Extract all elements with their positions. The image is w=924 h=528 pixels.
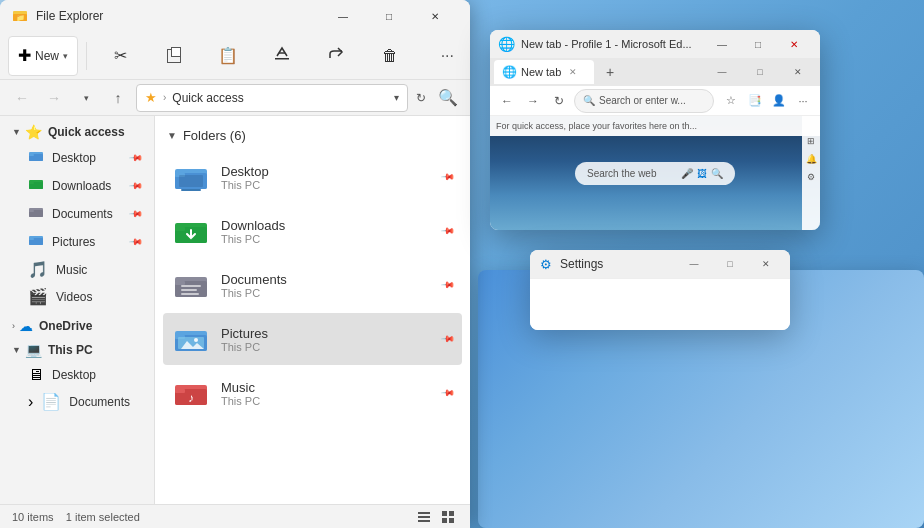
settings-minimize-button[interactable]: — xyxy=(680,253,708,275)
cut-button[interactable]: ✂ xyxy=(95,36,145,76)
desktop-folder-location: This PC xyxy=(221,179,269,191)
edge-tb-restore[interactable]: □ xyxy=(742,58,778,86)
sidebar-item-pc-documents[interactable]: › 📄 Documents xyxy=(4,388,150,415)
edge-back-button[interactable]: ← xyxy=(496,90,518,112)
close-button[interactable]: ✕ xyxy=(412,0,458,32)
list-view-button[interactable] xyxy=(414,507,434,527)
edge-more-icon[interactable]: ··· xyxy=(792,90,814,112)
paste-button[interactable]: 📋 xyxy=(203,36,253,76)
folder-item-documents[interactable]: Documents This PC 📌 xyxy=(163,259,462,311)
new-btn-icon: ✚ xyxy=(18,46,31,65)
edge-bing-searchbox[interactable]: Search the web 🎤 🖼 🔍 xyxy=(575,162,735,185)
forward-button[interactable]: → xyxy=(40,84,68,112)
sidebar: ▼ ⭐ Quick access Desktop 📌 xyxy=(0,116,155,504)
pictures-folder-svg xyxy=(173,321,209,357)
folder-item-music[interactable]: ♪ Music This PC 📌 xyxy=(163,367,462,419)
edge-search-field[interactable]: 🔍 Search or enter w... xyxy=(574,89,714,113)
edge-minimize-button[interactable]: — xyxy=(704,30,740,58)
music-folder-svg: ♪ xyxy=(173,375,209,411)
edge-image-search-icon[interactable]: 🖼 xyxy=(697,168,707,179)
sidebar-item-music[interactable]: 🎵 Music xyxy=(4,256,150,283)
documents-folder-location: This PC xyxy=(221,287,287,299)
new-button[interactable]: ✚ New ▾ xyxy=(8,36,78,76)
edge-profile-icon[interactable]: 👤 xyxy=(768,90,790,112)
sidebar-item-desktop[interactable]: Desktop 📌 xyxy=(4,144,150,172)
delete-icon: 🗑 xyxy=(382,47,398,65)
rename-button[interactable] xyxy=(257,36,307,76)
edge-tab-close-button[interactable]: ✕ xyxy=(569,67,577,77)
svg-rect-4 xyxy=(275,58,289,60)
edge-title-bar: 🌐 New tab - Profile 1 - Microsoft Ed... … xyxy=(490,30,820,58)
minimize-button[interactable]: — xyxy=(320,0,366,32)
settings-window: ⚙ Settings — □ ✕ xyxy=(530,250,790,330)
edge-forward-button[interactable]: → xyxy=(522,90,544,112)
more-options-button[interactable]: ··· xyxy=(433,43,462,69)
folder-item-downloads[interactable]: Downloads This PC 📌 xyxy=(163,205,462,257)
grid-view-button[interactable] xyxy=(438,507,458,527)
edge-refresh-button[interactable]: ↻ xyxy=(548,90,570,112)
edge-new-tab-button[interactable]: + xyxy=(598,60,622,84)
delete-button[interactable]: 🗑 xyxy=(365,36,415,76)
sidebar-item-downloads[interactable]: Downloads 📌 xyxy=(4,172,150,200)
desktop-folder-icon-wrapper xyxy=(171,157,211,197)
edge-tab-bar: 🌐 New tab ✕ + — □ ✕ xyxy=(490,58,820,86)
svg-rect-10 xyxy=(29,182,34,184)
svg-rect-43 xyxy=(418,520,430,522)
folders-section-header[interactable]: ▼ Folders (6) xyxy=(163,124,462,151)
sidebar-item-pc-desktop[interactable]: 🖥 Desktop xyxy=(4,362,150,388)
desktop-folder-icon xyxy=(28,148,44,168)
edge-window-title: New tab - Profile 1 - Microsoft Ed... xyxy=(521,38,698,50)
svg-rect-46 xyxy=(442,518,447,523)
settings-close-button[interactable]: ✕ xyxy=(752,253,780,275)
recent-locations-button[interactable]: ▾ xyxy=(72,84,100,112)
sidebar-pc-desktop-label: Desktop xyxy=(52,368,142,382)
folder-grid: Desktop This PC 📌 xyxy=(163,151,462,419)
search-button[interactable]: 🔍 xyxy=(434,84,462,112)
sidebar-item-videos[interactable]: 🎬 Videos xyxy=(4,283,150,310)
documents-folder-icon xyxy=(28,204,44,224)
this-pc-label: This PC xyxy=(48,343,142,357)
downloads-folder-svg xyxy=(173,213,209,249)
folder-item-desktop[interactable]: Desktop This PC 📌 xyxy=(163,151,462,203)
folder-item-pictures[interactable]: Pictures This PC 📌 xyxy=(163,313,462,365)
address-chevron-icon: ▾ xyxy=(394,92,399,103)
edge-tb-close[interactable]: ✕ xyxy=(780,58,816,86)
svg-rect-39 xyxy=(175,389,185,393)
edge-collections-icon[interactable]: 📑 xyxy=(744,90,766,112)
edge-tb-minimize[interactable]: — xyxy=(704,58,740,86)
svg-rect-45 xyxy=(449,511,454,516)
music-folder-info: Music This PC xyxy=(221,380,260,407)
desktop-pin-icon: 📌 xyxy=(441,170,456,185)
desktop-folder-info: Desktop This PC xyxy=(221,164,269,191)
svg-rect-41 xyxy=(418,512,430,514)
edge-search-submit-icon[interactable]: 🔍 xyxy=(711,168,723,179)
documents-folder-icon-wrapper xyxy=(171,265,211,305)
quick-access-header[interactable]: ▼ ⭐ Quick access xyxy=(4,120,150,144)
edge-browser-window: 🌐 New tab - Profile 1 - Microsoft Ed... … xyxy=(490,30,820,230)
pc-documents-folder-icon: 📄 xyxy=(41,392,61,411)
refresh-button[interactable]: ↻ xyxy=(412,87,430,109)
sidebar-item-pictures[interactable]: Pictures 📌 xyxy=(4,228,150,256)
this-pc-header[interactable]: ▼ 💻 This PC xyxy=(4,338,150,362)
settings-maximize-button[interactable]: □ xyxy=(716,253,744,275)
edge-maximize-button[interactable]: □ xyxy=(740,30,776,58)
back-button[interactable]: ← xyxy=(8,84,36,112)
edge-tab-new[interactable]: 🌐 New tab ✕ xyxy=(494,60,594,84)
address-field[interactable]: ★ › Quick access ▾ xyxy=(136,84,408,112)
onedrive-header[interactable]: › ☁ OneDrive xyxy=(4,314,150,338)
edge-sidebar-bell-icon[interactable]: 🔔 xyxy=(806,154,817,164)
edge-sidebar-grid-icon[interactable]: ⊞ xyxy=(807,136,815,146)
documents-folder-name: Documents xyxy=(221,272,287,287)
pc-desktop-icon: 🖥 xyxy=(28,366,44,384)
share-button[interactable] xyxy=(311,36,361,76)
edge-searchbox-label: Search the web xyxy=(587,168,675,179)
edge-mic-icon[interactable]: 🎤 xyxy=(681,168,693,179)
up-button[interactable]: ↑ xyxy=(104,84,132,112)
sidebar-item-documents[interactable]: Documents 📌 xyxy=(4,200,150,228)
edge-star-icon[interactable]: ☆ xyxy=(720,90,742,112)
documents-folder-info: Documents This PC xyxy=(221,272,287,299)
copy-button[interactable] xyxy=(149,36,199,76)
maximize-button[interactable]: □ xyxy=(366,0,412,32)
edge-sidebar-settings-icon[interactable]: ⚙ xyxy=(807,172,815,182)
edge-close-button[interactable]: ✕ xyxy=(776,30,812,58)
